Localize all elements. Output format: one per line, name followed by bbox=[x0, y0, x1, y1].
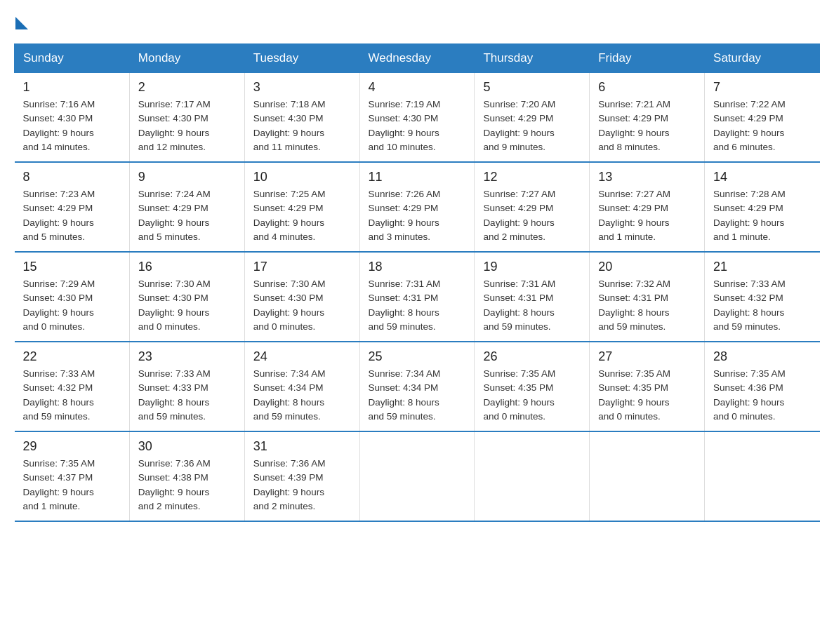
col-sunday: Sunday bbox=[15, 44, 130, 73]
logo bbox=[14, 14, 28, 29]
day-number: 15 bbox=[23, 260, 121, 274]
day-info: Sunrise: 7:24 AMSunset: 4:29 PMDaylight:… bbox=[138, 187, 236, 244]
calendar-cell: 25Sunrise: 7:34 AMSunset: 4:34 PMDayligh… bbox=[359, 342, 475, 431]
day-info: Sunrise: 7:35 AMSunset: 4:36 PMDaylight:… bbox=[713, 367, 811, 424]
logo-triangle-icon bbox=[15, 17, 28, 29]
day-info: Sunrise: 7:19 AMSunset: 4:30 PMDaylight:… bbox=[369, 98, 466, 154]
day-info: Sunrise: 7:20 AMSunset: 4:29 PMDaylight:… bbox=[483, 98, 581, 154]
day-info: Sunrise: 7:31 AMSunset: 4:31 PMDaylight:… bbox=[369, 277, 466, 334]
day-info: Sunrise: 7:21 AMSunset: 4:29 PMDaylight:… bbox=[598, 98, 696, 154]
calendar-week-5: 29Sunrise: 7:35 AMSunset: 4:37 PMDayligh… bbox=[15, 431, 820, 521]
day-number: 24 bbox=[253, 349, 351, 364]
day-number: 2 bbox=[138, 80, 236, 95]
day-number: 25 bbox=[369, 349, 466, 364]
col-saturday: Saturday bbox=[705, 44, 820, 73]
day-info: Sunrise: 7:23 AMSunset: 4:29 PMDaylight:… bbox=[23, 187, 121, 244]
day-number: 5 bbox=[483, 80, 581, 95]
calendar-cell: 28Sunrise: 7:35 AMSunset: 4:36 PMDayligh… bbox=[705, 342, 820, 431]
calendar-cell: 26Sunrise: 7:35 AMSunset: 4:35 PMDayligh… bbox=[475, 342, 590, 431]
col-tuesday: Tuesday bbox=[244, 44, 359, 73]
col-wednesday: Wednesday bbox=[359, 44, 475, 73]
calendar-cell: 4Sunrise: 7:19 AMSunset: 4:30 PMDaylight… bbox=[359, 73, 475, 163]
calendar-week-3: 15Sunrise: 7:29 AMSunset: 4:30 PMDayligh… bbox=[15, 252, 820, 342]
day-info: Sunrise: 7:25 AMSunset: 4:29 PMDaylight:… bbox=[253, 187, 351, 244]
calendar-cell: 14Sunrise: 7:28 AMSunset: 4:29 PMDayligh… bbox=[705, 162, 820, 252]
col-thursday: Thursday bbox=[475, 44, 590, 73]
day-number: 7 bbox=[713, 80, 811, 95]
calendar-cell: 11Sunrise: 7:26 AMSunset: 4:29 PMDayligh… bbox=[359, 162, 475, 252]
day-info: Sunrise: 7:22 AMSunset: 4:29 PMDaylight:… bbox=[713, 98, 811, 154]
day-info: Sunrise: 7:36 AMSunset: 4:38 PMDaylight:… bbox=[138, 457, 236, 514]
day-number: 22 bbox=[23, 349, 121, 364]
calendar-week-4: 22Sunrise: 7:33 AMSunset: 4:32 PMDayligh… bbox=[15, 342, 820, 431]
calendar-cell bbox=[359, 431, 475, 521]
day-number: 14 bbox=[713, 170, 811, 185]
day-number: 1 bbox=[23, 80, 121, 95]
calendar-cell: 29Sunrise: 7:35 AMSunset: 4:37 PMDayligh… bbox=[15, 431, 130, 521]
calendar-cell: 22Sunrise: 7:33 AMSunset: 4:32 PMDayligh… bbox=[15, 342, 130, 431]
day-number: 16 bbox=[138, 260, 236, 274]
day-number: 4 bbox=[369, 80, 466, 95]
calendar-week-1: 1Sunrise: 7:16 AMSunset: 4:30 PMDaylight… bbox=[15, 73, 820, 163]
day-number: 26 bbox=[483, 349, 581, 364]
calendar-table: Sunday Monday Tuesday Wednesday Thursday… bbox=[14, 43, 820, 522]
calendar-cell: 8Sunrise: 7:23 AMSunset: 4:29 PMDaylight… bbox=[15, 162, 130, 252]
calendar-cell: 31Sunrise: 7:36 AMSunset: 4:39 PMDayligh… bbox=[244, 431, 359, 521]
calendar-cell: 13Sunrise: 7:27 AMSunset: 4:29 PMDayligh… bbox=[590, 162, 705, 252]
day-info: Sunrise: 7:29 AMSunset: 4:30 PMDaylight:… bbox=[23, 277, 121, 334]
calendar-header-row: Sunday Monday Tuesday Wednesday Thursday… bbox=[15, 44, 820, 73]
day-info: Sunrise: 7:33 AMSunset: 4:32 PMDaylight:… bbox=[713, 277, 811, 334]
calendar-cell bbox=[705, 431, 820, 521]
day-number: 6 bbox=[598, 80, 696, 95]
day-info: Sunrise: 7:33 AMSunset: 4:32 PMDaylight:… bbox=[23, 367, 121, 424]
calendar-cell bbox=[590, 431, 705, 521]
calendar-cell: 5Sunrise: 7:20 AMSunset: 4:29 PMDaylight… bbox=[475, 73, 590, 163]
day-info: Sunrise: 7:17 AMSunset: 4:30 PMDaylight:… bbox=[138, 98, 236, 154]
calendar-cell: 1Sunrise: 7:16 AMSunset: 4:30 PMDaylight… bbox=[15, 73, 130, 163]
day-number: 30 bbox=[138, 439, 236, 454]
page-header bbox=[14, 14, 820, 29]
day-number: 3 bbox=[253, 80, 351, 95]
calendar-cell: 23Sunrise: 7:33 AMSunset: 4:33 PMDayligh… bbox=[129, 342, 244, 431]
day-number: 13 bbox=[598, 170, 696, 185]
calendar-cell: 12Sunrise: 7:27 AMSunset: 4:29 PMDayligh… bbox=[475, 162, 590, 252]
day-number: 9 bbox=[138, 170, 236, 185]
calendar-cell: 17Sunrise: 7:30 AMSunset: 4:30 PMDayligh… bbox=[244, 252, 359, 342]
day-info: Sunrise: 7:32 AMSunset: 4:31 PMDaylight:… bbox=[598, 277, 696, 334]
calendar-cell: 19Sunrise: 7:31 AMSunset: 4:31 PMDayligh… bbox=[475, 252, 590, 342]
calendar-cell bbox=[475, 431, 590, 521]
day-info: Sunrise: 7:34 AMSunset: 4:34 PMDaylight:… bbox=[369, 367, 466, 424]
calendar-cell: 16Sunrise: 7:30 AMSunset: 4:30 PMDayligh… bbox=[129, 252, 244, 342]
calendar-week-2: 8Sunrise: 7:23 AMSunset: 4:29 PMDaylight… bbox=[15, 162, 820, 252]
day-info: Sunrise: 7:16 AMSunset: 4:30 PMDaylight:… bbox=[23, 98, 121, 154]
day-number: 17 bbox=[253, 260, 351, 274]
day-number: 8 bbox=[23, 170, 121, 185]
day-info: Sunrise: 7:35 AMSunset: 4:35 PMDaylight:… bbox=[598, 367, 696, 424]
calendar-cell: 9Sunrise: 7:24 AMSunset: 4:29 PMDaylight… bbox=[129, 162, 244, 252]
day-number: 23 bbox=[138, 349, 236, 364]
day-number: 12 bbox=[483, 170, 581, 185]
day-info: Sunrise: 7:33 AMSunset: 4:33 PMDaylight:… bbox=[138, 367, 236, 424]
day-info: Sunrise: 7:27 AMSunset: 4:29 PMDaylight:… bbox=[483, 187, 581, 244]
calendar-cell: 3Sunrise: 7:18 AMSunset: 4:30 PMDaylight… bbox=[244, 73, 359, 163]
day-info: Sunrise: 7:31 AMSunset: 4:31 PMDaylight:… bbox=[483, 277, 581, 334]
day-number: 29 bbox=[23, 439, 121, 454]
day-number: 19 bbox=[483, 260, 581, 274]
calendar-cell: 27Sunrise: 7:35 AMSunset: 4:35 PMDayligh… bbox=[590, 342, 705, 431]
day-number: 31 bbox=[253, 439, 351, 454]
day-info: Sunrise: 7:18 AMSunset: 4:30 PMDaylight:… bbox=[253, 98, 351, 154]
calendar-cell: 2Sunrise: 7:17 AMSunset: 4:30 PMDaylight… bbox=[129, 73, 244, 163]
day-info: Sunrise: 7:27 AMSunset: 4:29 PMDaylight:… bbox=[598, 187, 696, 244]
day-number: 18 bbox=[369, 260, 466, 274]
calendar-cell: 6Sunrise: 7:21 AMSunset: 4:29 PMDaylight… bbox=[590, 73, 705, 163]
day-info: Sunrise: 7:28 AMSunset: 4:29 PMDaylight:… bbox=[713, 187, 811, 244]
calendar-cell: 7Sunrise: 7:22 AMSunset: 4:29 PMDaylight… bbox=[705, 73, 820, 163]
day-number: 27 bbox=[598, 349, 696, 364]
day-info: Sunrise: 7:26 AMSunset: 4:29 PMDaylight:… bbox=[369, 187, 466, 244]
col-monday: Monday bbox=[129, 44, 244, 73]
day-info: Sunrise: 7:30 AMSunset: 4:30 PMDaylight:… bbox=[253, 277, 351, 334]
day-number: 28 bbox=[713, 349, 811, 364]
calendar-cell: 18Sunrise: 7:31 AMSunset: 4:31 PMDayligh… bbox=[359, 252, 475, 342]
calendar-cell: 30Sunrise: 7:36 AMSunset: 4:38 PMDayligh… bbox=[129, 431, 244, 521]
day-number: 21 bbox=[713, 260, 811, 274]
